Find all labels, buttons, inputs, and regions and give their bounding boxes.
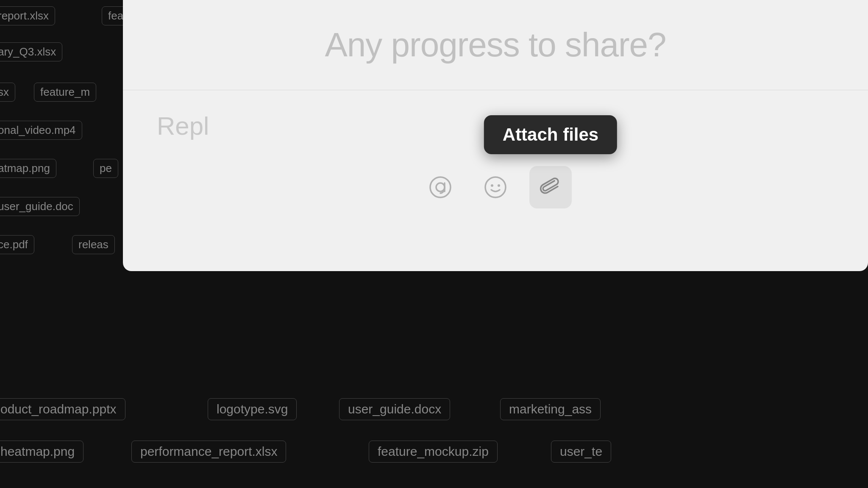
bottom-tag-3: user_guide.docx <box>339 398 450 420</box>
attach-files-tooltip: Attach files <box>484 115 617 154</box>
emoji-icon <box>484 175 507 199</box>
bottom-tag-5: heatmap.png <box>0 441 83 463</box>
bottom-tag-7: feature_mockup.zip <box>369 441 498 463</box>
bottom-tag-8: user_te <box>551 441 611 463</box>
svg-point-0 <box>430 177 451 197</box>
mention-icon <box>428 175 452 199</box>
main-panel: Any progress to share? Repl <box>123 0 868 271</box>
emoji-button[interactable] <box>474 166 517 208</box>
bottom-file-tags-section: oduct_roadmap.pptx logotype.svg user_gui… <box>0 369 868 488</box>
paperclip-icon <box>539 175 562 199</box>
attach-files-button[interactable]: Attach files <box>529 166 572 208</box>
bottom-tag-1: oduct_roadmap.pptx <box>0 398 125 420</box>
bottom-tag-4: marketing_ass <box>500 398 601 420</box>
reply-placeholder: Repl <box>157 111 209 141</box>
bottom-tag-6: performance_report.xlsx <box>131 441 286 463</box>
toolbar: Attach files <box>385 166 606 208</box>
svg-point-5 <box>498 184 500 187</box>
mention-button[interactable] <box>419 166 462 208</box>
svg-point-3 <box>485 177 506 197</box>
bottom-tag-2: logotype.svg <box>208 398 297 420</box>
progress-question: Any progress to share? <box>325 25 666 64</box>
svg-point-4 <box>491 184 493 187</box>
